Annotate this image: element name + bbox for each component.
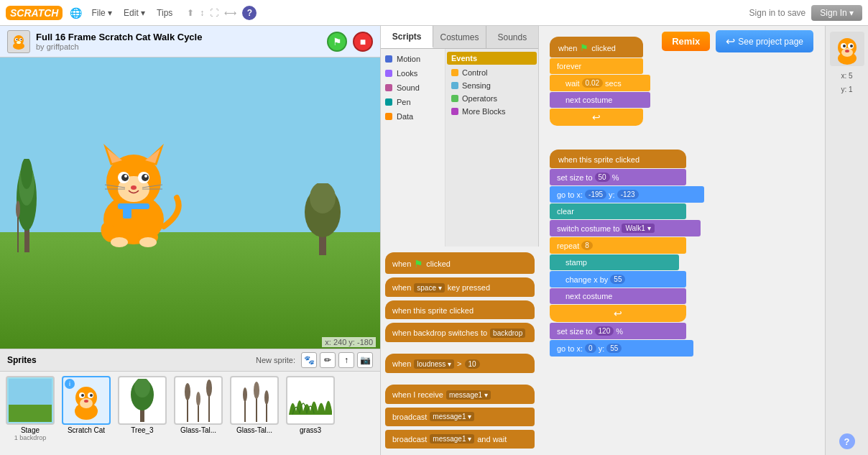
cat-data[interactable]: Data (381, 109, 445, 124)
project-author: by griffpatch (36, 42, 202, 51)
pen-dot (385, 98, 392, 106)
script-panel[interactable]: when ⚑ clicked forever wait 0.02 secs ne… (539, 26, 825, 455)
block-when-sprite-clicked[interactable]: when this sprite clicked (385, 300, 535, 319)
stop-button[interactable]: ■ (353, 32, 373, 52)
sb-when-flag-clicked[interactable]: when ⚑ clicked (550, 37, 643, 58)
svg-point-63 (254, 382, 259, 399)
new-sprite-random-icon[interactable]: ↑ (338, 352, 354, 368)
cat-pen[interactable]: Pen (381, 95, 445, 109)
block-broadcast[interactable]: broadcast message1 ▾ (385, 408, 535, 426)
sprites-header: Sprites New sprite: 🐾 ✏ ↑ 📷 (0, 349, 380, 372)
edit-menu[interactable]: Edit ▾ (121, 6, 148, 19)
sprite-item-stage[interactable]: Stage 1 backdrop (4, 376, 56, 441)
grass3-thumb (286, 376, 335, 425)
svg-point-72 (850, 45, 853, 47)
blocks-panel: Scripts Costumes Sounds Motion Looks Sou… (381, 26, 539, 455)
cat-motion[interactable]: Motion (381, 52, 445, 66)
glasstall1-thumb (174, 376, 223, 425)
see-project-label: See project page (738, 37, 803, 47)
block-when-key-pressed[interactable]: when space ▾ key pressed (385, 277, 535, 297)
sprite-label-grass3: grass3 (300, 426, 321, 434)
svg-point-35 (21, 159, 32, 189)
help-icon[interactable]: ? (242, 6, 257, 20)
block-when-backdrop[interactable]: when backdrop switches to backdrop (385, 323, 535, 342)
tab-costumes[interactable]: Costumes (433, 26, 486, 48)
globe-icon[interactable]: 🌐 (68, 6, 83, 20)
cat-more-blocks[interactable]: More Blocks (447, 105, 537, 118)
scratch-logo[interactable]: SCRATCH (6, 6, 63, 20)
info-badge[interactable]: i (65, 379, 75, 389)
block-when-loudness[interactable]: when loudness ▾ > 10 (385, 354, 535, 373)
sb-next-costume-2[interactable]: next costume (550, 288, 686, 304)
sprite-item-scratch-cat[interactable]: i Scratch Cat (60, 376, 112, 434)
sb-set-size-50[interactable]: set size to 50 % (550, 169, 686, 185)
sprite-y-coord: y: 1 (841, 86, 852, 93)
sb-end-forever[interactable]: ↩ (550, 109, 643, 126)
block-when-flag-clicked[interactable]: when ⚑ clicked (385, 252, 535, 274)
sb-switch-costume[interactable]: switch costume to Walk1 ▾ (550, 220, 701, 236)
sensing-dot (451, 82, 458, 89)
sb-forever[interactable]: forever (550, 58, 643, 74)
tree-left (14, 159, 40, 252)
cat-pen-label: Pen (397, 98, 411, 106)
cat-events-label: Events (451, 54, 477, 63)
cat-events[interactable]: Events (447, 52, 537, 65)
sprites-title: Sprites (7, 355, 37, 365)
control-dot (451, 69, 458, 76)
svg-point-61 (243, 387, 247, 402)
sprite-sublabel-stage: 1 backdrop (14, 434, 47, 441)
more-blocks-dot (451, 108, 458, 115)
sb-set-size-120[interactable]: set size to 120 % (550, 323, 686, 339)
blocks-area: when ⚑ clicked when space ▾ key pressed … (381, 247, 539, 456)
sb-end-repeat[interactable]: ↩ (550, 305, 686, 322)
svg-point-48 (81, 394, 84, 397)
sprite-item-glasstall1[interactable]: Glass-Tal... (172, 376, 224, 434)
cat-operators[interactable]: Operators (447, 92, 537, 105)
cat-control[interactable]: Control (447, 66, 537, 79)
svg-rect-42 (9, 405, 52, 422)
sprite-item-tree3[interactable]: Tree_3 (116, 376, 168, 434)
sign-in-button[interactable]: Sign In ▾ (811, 5, 862, 21)
stage-canvas[interactable]: x: 240 y: -180 (0, 58, 380, 349)
svg-point-65 (264, 390, 269, 405)
cat-sound-label: Sound (397, 83, 420, 92)
tab-sounds[interactable]: Sounds (486, 26, 538, 48)
operators-dot (451, 95, 458, 102)
new-sprite-paint-icon[interactable]: 🐾 (301, 352, 317, 368)
categories: Motion Looks Sound Pen Data (381, 49, 538, 247)
sb-next-costume-1[interactable]: next costume (550, 92, 650, 108)
cat-sensing[interactable]: Sensing (447, 79, 537, 92)
sb-go-to-xy-2[interactable]: go to x: 0 y: 55 (550, 340, 693, 357)
project-info: Full 16 Frame Scratch Cat Walk Cycle by … (36, 32, 202, 51)
cat-looks[interactable]: Looks (381, 66, 445, 81)
tips-menu[interactable]: Tips (154, 6, 175, 19)
green-flag-button[interactable]: ⚑ (327, 32, 347, 52)
tree-right (301, 183, 344, 255)
svg-point-73 (845, 50, 849, 52)
sprite-item-grass3[interactable]: grass3 (285, 376, 336, 434)
new-sprite-camera-icon[interactable]: 📷 (357, 352, 373, 368)
sprite-item-glasstall2[interactable]: Glass-Tal... (228, 376, 280, 434)
sb-go-to-xy-1[interactable]: go to x: -195 y: -123 (550, 186, 704, 203)
sb-repeat[interactable]: repeat 8 (550, 237, 686, 254)
sign-in-to-save[interactable]: Sign in to save (749, 8, 806, 18)
new-sprite-upload-icon[interactable]: ✏ (320, 352, 336, 368)
sb-clear[interactable]: clear (550, 203, 686, 219)
cat-sound[interactable]: Sound (381, 81, 445, 95)
categories-right: Events Control Sensing Operators More Bl… (445, 49, 538, 247)
file-menu[interactable]: File ▾ (88, 6, 115, 19)
cat-sprite (83, 126, 184, 255)
sprites-panel: Sprites New sprite: 🐾 ✏ ↑ 📷 (0, 349, 380, 455)
svg-rect-31 (123, 208, 131, 219)
block-when-receive[interactable]: when I receive message1 ▾ (385, 385, 535, 404)
block-broadcast-wait[interactable]: broadcast message1 ▾ and wait (385, 430, 535, 449)
tab-scripts[interactable]: Scripts (381, 26, 433, 48)
sb-stamp[interactable]: stamp (550, 254, 679, 270)
svg-point-5 (21, 39, 22, 40)
sb-wait[interactable]: wait 0.02 secs (550, 75, 650, 91)
remix-button[interactable]: Remix (662, 32, 710, 51)
sb-when-sprite-clicked[interactable]: when this sprite clicked (550, 150, 686, 168)
sb-change-x[interactable]: change x by 55 (550, 271, 686, 288)
help-button[interactable]: ? (839, 433, 855, 449)
see-project-button[interactable]: ↩ See project page (716, 30, 813, 52)
